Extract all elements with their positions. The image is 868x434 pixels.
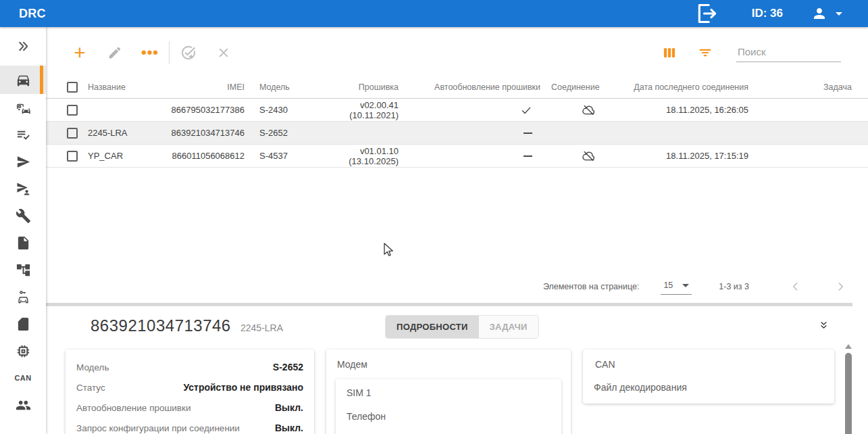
cell-firmware: v01.01.10 (13.10.2025) — [312, 146, 409, 166]
prev-page-button[interactable] — [787, 278, 805, 295]
chevron-left-icon — [788, 279, 803, 294]
user-icon — [811, 5, 827, 22]
edit-button[interactable] — [101, 39, 128, 66]
page-size-select[interactable]: 15 — [661, 279, 692, 295]
chip-icon — [16, 343, 31, 359]
check-icon — [520, 104, 532, 116]
info-value: Выкл. — [275, 400, 303, 415]
user-menu-button[interactable] — [811, 5, 842, 22]
filter-button[interactable] — [692, 39, 719, 66]
sidebar-item-devices[interactable] — [0, 66, 46, 94]
sidebar-item-firmware[interactable] — [0, 337, 46, 364]
sidebar-item-send[interactable] — [0, 148, 46, 175]
table-row-selected[interactable]: 2245-LRA 863921034713746 S-2652 — [46, 122, 868, 145]
double-chevron-down-icon — [818, 320, 829, 331]
tab-details[interactable]: ПОДРОБНОСТИ — [386, 316, 479, 338]
info-row: Автообновление прошивки Выкл. — [76, 400, 303, 416]
sidebar-item-network[interactable] — [0, 256, 46, 283]
page-size-value: 15 — [663, 281, 673, 290]
add-device-button[interactable]: + — [66, 39, 93, 66]
detail-imei: 863921034713746 — [91, 316, 231, 335]
sidebar-item-tools[interactable] — [0, 202, 46, 229]
cell-name: 2245-LRA — [88, 128, 166, 138]
device-detail-panel: 863921034713746 2245-LRA ПОДРОБНОСТИ ЗАД… — [46, 306, 868, 434]
select-all-checkbox[interactable] — [67, 82, 78, 93]
sidebar-item-sim[interactable] — [0, 310, 46, 337]
sidebar-item-car-key[interactable] — [0, 283, 46, 310]
sidebar-item-commands[interactable] — [0, 121, 46, 148]
sidebar-item-vehicles[interactable] — [0, 94, 46, 121]
can-card: CAN Файл декодирования — [583, 349, 834, 404]
col-header-last-connection[interactable]: Дата последнего соединения — [612, 82, 759, 92]
send-icon — [16, 154, 31, 170]
cell-imei: 866011056068612 — [166, 151, 245, 161]
columns-button[interactable] — [656, 39, 683, 66]
toolbar: + ••• — [46, 34, 868, 72]
collapse-panel-button[interactable] — [818, 320, 829, 334]
row-checkbox[interactable] — [67, 128, 78, 139]
row-checkbox[interactable] — [67, 151, 78, 162]
sidebar-item-users[interactable] — [0, 391, 46, 418]
more-actions-button[interactable]: ••• — [136, 39, 163, 66]
sidebar-item-files[interactable] — [0, 229, 46, 256]
sidebar-item-can[interactable]: CAN — [0, 364, 46, 391]
search-input[interactable] — [736, 43, 841, 62]
items-per-page-label: Элементов на странице: — [543, 282, 639, 291]
scrollbar-thumb[interactable] — [845, 353, 852, 434]
info-label: Автообновление прошивки — [76, 401, 190, 416]
col-header-connection[interactable]: Соединение — [551, 82, 612, 92]
table-row[interactable]: 866795032177386 S-2430 v02.00.41 (10.11.… — [46, 99, 868, 122]
col-header-imei[interactable]: IMEI — [166, 82, 245, 92]
col-header-model[interactable]: Модель — [245, 82, 312, 92]
sidebar-item-send-user[interactable] — [0, 175, 46, 202]
account-tree-icon — [16, 262, 31, 278]
page-range: 1-3 из 3 — [719, 282, 749, 291]
document-icon — [16, 235, 31, 251]
cloud-off-icon — [582, 149, 596, 163]
scroll-up-arrow-icon[interactable] — [845, 344, 852, 349]
tab-tasks[interactable]: ЗАДАЧИ — [479, 316, 538, 338]
cell-model: S-2652 — [245, 128, 312, 138]
cell-model: S-4537 — [245, 151, 312, 161]
sidebar: CAN — [0, 27, 46, 434]
col-header-name[interactable]: Название — [88, 82, 166, 92]
delete-button[interactable] — [210, 39, 237, 66]
info-row: Запрос конфигурации при соединении Выкл. — [76, 420, 303, 434]
info-label: Статус — [76, 381, 105, 395]
cell-last-connection: 18.11.2025, 16:26:05 — [612, 105, 759, 115]
col-header-task[interactable]: Задача — [759, 82, 852, 92]
logout-icon — [692, 0, 719, 27]
wrench-icon — [16, 208, 31, 224]
phone-label: Телефон — [347, 411, 551, 422]
detail-scrollbar[interactable] — [844, 344, 852, 434]
detail-cards: Модель S-2652 Статус Устройство не привя… — [66, 349, 868, 434]
add-task-button[interactable] — [175, 39, 202, 66]
info-label: Запрос конфигурации при соединении — [76, 421, 240, 434]
next-page-button[interactable] — [832, 278, 849, 295]
sim-title: SIM 1 — [347, 387, 551, 398]
col-header-firmware[interactable]: Прошивка — [312, 82, 409, 92]
chevron-down-icon — [682, 284, 689, 287]
car-icon — [16, 72, 31, 88]
cell-last-connection: 18.11.2025, 17:15:19 — [612, 151, 759, 161]
pencil-icon — [107, 45, 122, 60]
people-icon — [16, 397, 31, 413]
can-file-label: Файл декодирования — [594, 382, 823, 393]
toolbar-divider — [169, 41, 170, 64]
logout-button[interactable] — [692, 0, 719, 27]
app-logo: DRC — [19, 7, 46, 21]
filter-icon — [698, 45, 713, 60]
devices-table: Название IMEI Модель Прошивка Автообновл… — [46, 76, 868, 168]
col-header-auto-update[interactable]: Автообновление прошивки — [409, 82, 551, 92]
cloud-off-icon — [582, 103, 596, 117]
modem-card-title: Модем — [336, 359, 561, 370]
info-value: S-2652 — [273, 360, 303, 375]
table-row[interactable]: YP_CAR 866011056068612 S-4537 v01.01.10 … — [46, 145, 868, 168]
active-indicator — [40, 66, 43, 94]
sidebar-expand-button[interactable] — [0, 32, 46, 59]
can-label: CAN — [14, 374, 31, 382]
row-checkbox[interactable] — [67, 105, 78, 116]
plus-icon: + — [74, 43, 86, 62]
cell-imei: 866795032177386 — [166, 105, 245, 115]
dash-icon — [524, 155, 532, 157]
